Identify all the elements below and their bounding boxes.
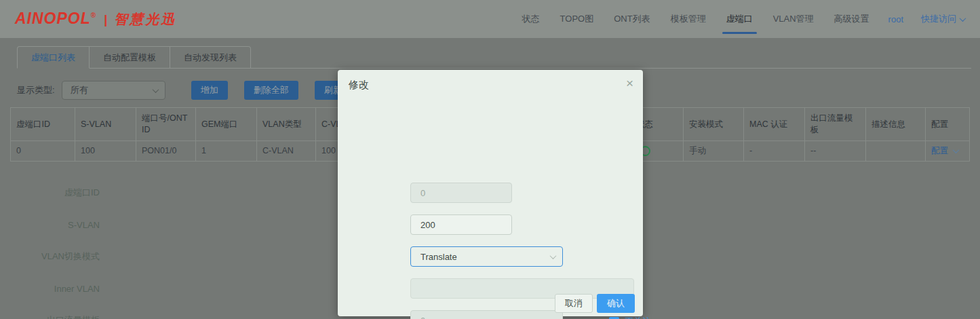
nav-item-label: 虚端口 <box>726 14 753 24</box>
cell-install-mode: 手动 <box>684 141 744 161</box>
quick-access-label: 快捷访问 <box>921 13 956 25</box>
vlan-mode-selected-value: Translate <box>420 252 457 262</box>
tab-auto-config-template[interactable]: 自动配置模板 <box>90 46 170 69</box>
display-type-label: 显示类型: <box>17 84 55 96</box>
close-icon[interactable]: × <box>626 77 633 90</box>
egress-template-label: 出口流量模板 <box>37 314 100 319</box>
cell-vlan-type: C-VLAN <box>257 141 316 161</box>
chevron-down-icon <box>550 316 557 319</box>
cell-vport-id: 0 <box>11 141 75 161</box>
checkbox-checked-icon[interactable] <box>609 317 619 319</box>
dialog-title: 修改 <box>349 79 369 92</box>
modify-dialog: 修改 × 虚端口ID S-VLAN VLAN切换模式 Translate Inn… <box>338 70 643 316</box>
display-type-selected-value: 所有 <box>71 84 88 96</box>
col-config: 配置 <box>926 108 969 140</box>
vlan-mode-select[interactable]: Translate <box>410 246 563 267</box>
chevron-down-icon <box>152 86 159 93</box>
tab-virtual-port-list[interactable]: 虚端口列表 <box>17 46 90 69</box>
col-install-mode: 安装模式 <box>684 108 744 140</box>
egress-template-selected-value: 0 <box>420 316 425 319</box>
cell-s-vlan: 100 <box>75 141 136 161</box>
nav-item-advanced[interactable]: 高级设置 <box>833 0 871 38</box>
logo-brand-text: AINOPOL <box>15 10 91 28</box>
chevron-down-icon <box>550 252 557 259</box>
quick-access-menu[interactable]: 快捷访问 <box>921 13 965 25</box>
user-account-link[interactable]: root <box>888 14 903 24</box>
col-vlan-type: VLAN类型 <box>257 108 316 140</box>
ignore-checkbox-label: 不关注 <box>625 316 651 319</box>
ignore-checkbox-group[interactable]: 不关注 <box>609 316 651 319</box>
nav-item-virtual-port[interactable]: 虚端口 <box>725 0 754 38</box>
vport-id-field <box>410 183 512 203</box>
active-nav-underline <box>722 32 757 34</box>
chevron-down-icon <box>953 147 960 153</box>
delete-all-button[interactable]: 删除全部 <box>244 81 298 100</box>
col-gem-port: GEM端口 <box>196 108 257 140</box>
cancel-button[interactable]: 取消 <box>555 294 593 313</box>
top-header: AINOPOL® | 智慧光迅 状态 TOPO图 ONT列表 模板管理 虚端口 … <box>0 0 980 38</box>
inner-vlan-label: Inner VLAN <box>37 284 100 294</box>
s-vlan-field[interactable] <box>410 214 512 235</box>
cell-gem-port: 1 <box>196 141 257 161</box>
filter-toolbar: 显示类型: 所有 增加 删除全部 刷新 <box>17 80 351 100</box>
cell-mac-auth: - <box>744 141 805 161</box>
nav-item-topo[interactable]: TOPO图 <box>559 0 595 38</box>
display-type-select[interactable]: 所有 <box>62 81 165 100</box>
top-nav: 状态 TOPO图 ONT列表 模板管理 虚端口 VLAN管理 高级设置 root… <box>521 0 965 38</box>
col-description: 描述信息 <box>866 108 926 140</box>
nav-item-vlan-mgmt[interactable]: VLAN管理 <box>772 0 815 38</box>
registered-mark-icon: ® <box>91 12 96 19</box>
vlan-mode-label: VLAN切换模式 <box>37 250 100 263</box>
nav-item-ont-list[interactable]: ONT列表 <box>612 0 651 38</box>
row-config-link[interactable]: 配置 <box>931 145 958 157</box>
cell-description <box>866 141 926 161</box>
col-vport-id: 虚端口ID <box>11 108 75 140</box>
s-vlan-label: S-VLAN <box>37 220 100 230</box>
cell-egress-template: -- <box>805 141 866 161</box>
logo-tagline: 智慧光迅 <box>114 10 176 29</box>
tab-auto-discover-list[interactable]: 自动发现列表 <box>170 46 251 69</box>
add-button[interactable]: 增加 <box>191 81 228 100</box>
config-link-label: 配置 <box>931 145 948 157</box>
confirm-button[interactable]: 确认 <box>597 294 635 313</box>
col-egress-template: 出口流量模板 <box>805 108 866 140</box>
chevron-down-icon <box>960 15 966 22</box>
nav-item-template-mgmt[interactable]: 模板管理 <box>669 0 707 38</box>
cell-port-ont-id: PON01/0 <box>136 141 196 161</box>
col-mac-auth: MAC 认证 <box>744 108 805 140</box>
egress-template-select: 0 <box>410 310 563 319</box>
dialog-footer: 取消 确认 <box>555 294 635 313</box>
col-s-vlan: S-VLAN <box>75 108 136 140</box>
logo-separator: | <box>104 13 107 27</box>
vport-id-label: 虚端口ID <box>37 187 100 199</box>
cell-config: 配置 <box>926 141 969 161</box>
app-logo: AINOPOL® | 智慧光迅 <box>15 10 176 29</box>
sub-tab-bar: 虚端口列表 自动配置模板 自动发现列表 <box>17 46 971 69</box>
col-port-ont-id: 端口号/ONT ID <box>136 108 196 140</box>
nav-item-status[interactable]: 状态 <box>521 0 541 38</box>
